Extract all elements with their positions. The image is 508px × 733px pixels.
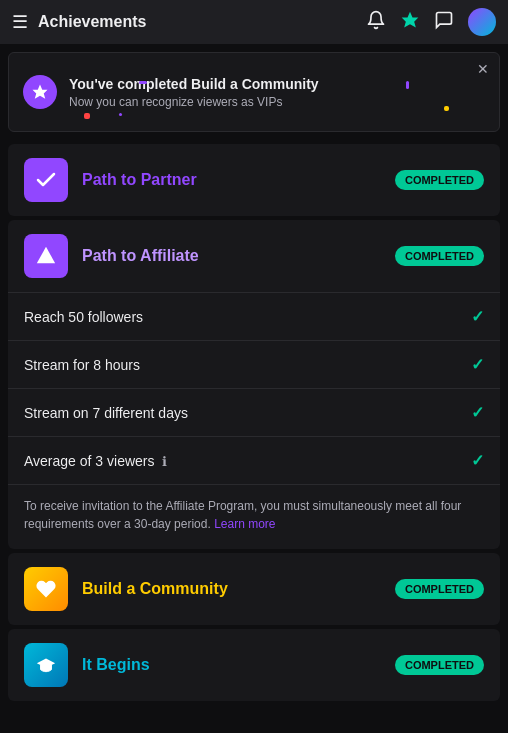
banner-close-button[interactable]: ✕: [477, 61, 489, 77]
svg-marker-0: [402, 11, 419, 27]
achievement-card-begins: It Begins COMPLETED: [8, 629, 500, 701]
affiliate-completed-badge: COMPLETED: [395, 246, 484, 266]
learn-more-link[interactable]: Learn more: [214, 517, 275, 531]
svg-marker-2: [37, 247, 55, 264]
partner-completed-badge: COMPLETED: [395, 170, 484, 190]
header-icons: [366, 8, 496, 36]
decoration-dot-4: [444, 106, 449, 111]
achievement-header-community[interactable]: Build a Community COMPLETED: [8, 553, 500, 625]
requirement-item-viewers: Average of 3 viewers ℹ ✓: [8, 437, 500, 485]
requirement-text-viewers: Average of 3 viewers ℹ: [24, 453, 461, 469]
community-completed-badge: COMPLETED: [395, 579, 484, 599]
requirement-item-days: Stream on 7 different days ✓: [8, 389, 500, 437]
partner-icon-wrap: [24, 158, 68, 202]
affiliate-icon-wrap: [24, 234, 68, 278]
decoration-dot-3: [84, 113, 90, 119]
decoration-dot-1: [139, 81, 147, 84]
achievement-header-partner[interactable]: Path to Partner COMPLETED: [8, 144, 500, 216]
info-icon[interactable]: ℹ: [162, 454, 167, 469]
community-title: Build a Community: [82, 580, 381, 598]
achievement-card-community: Build a Community COMPLETED: [8, 553, 500, 625]
chat-icon[interactable]: [434, 10, 454, 35]
bell-icon[interactable]: [366, 10, 386, 35]
page-title: Achievements: [38, 13, 356, 31]
requirement-check-hours: ✓: [471, 355, 484, 374]
begins-icon-wrap: [24, 643, 68, 687]
banner-achievement-icon: [23, 75, 57, 109]
requirement-check-viewers: ✓: [471, 451, 484, 470]
achievement-card-partner: Path to Partner COMPLETED: [8, 144, 500, 216]
requirement-text-days: Stream on 7 different days: [24, 405, 461, 421]
affiliate-title: Path to Affiliate: [82, 247, 381, 265]
requirement-text-hours: Stream for 8 hours: [24, 357, 461, 373]
achievement-header-begins[interactable]: It Begins COMPLETED: [8, 629, 500, 701]
decoration-dot-2: [406, 81, 409, 89]
achievement-card-affiliate: Path to Affiliate COMPLETED Reach 50 fol…: [8, 220, 500, 549]
partner-title: Path to Partner: [82, 171, 381, 189]
svg-marker-1: [33, 85, 48, 99]
completion-banner: ✕ You've completed Build a Community Now…: [8, 52, 500, 132]
avatar[interactable]: [468, 8, 496, 36]
requirement-item-hours: Stream for 8 hours ✓: [8, 341, 500, 389]
begins-title: It Begins: [82, 656, 381, 674]
achievements-list: Path to Partner COMPLETED Path to Affili…: [0, 140, 508, 709]
app-header: ☰ Achievements: [0, 0, 508, 44]
requirement-text-followers: Reach 50 followers: [24, 309, 461, 325]
crown-icon[interactable]: [400, 10, 420, 35]
community-icon-wrap: [24, 567, 68, 611]
affiliate-note: To receive invitation to the Affiliate P…: [8, 485, 500, 549]
requirement-check-days: ✓: [471, 403, 484, 422]
begins-completed-badge: COMPLETED: [395, 655, 484, 675]
banner-subtitle: Now you can recognize viewers as VIPs: [69, 95, 459, 109]
requirement-check-followers: ✓: [471, 307, 484, 326]
menu-icon[interactable]: ☰: [12, 11, 28, 33]
achievement-header-affiliate[interactable]: Path to Affiliate COMPLETED: [8, 220, 500, 292]
affiliate-requirements: Reach 50 followers ✓ Stream for 8 hours …: [8, 292, 500, 549]
decoration-dot-5: [119, 113, 122, 116]
banner-title: You've completed Build a Community: [69, 76, 459, 92]
requirement-item-followers: Reach 50 followers ✓: [8, 293, 500, 341]
